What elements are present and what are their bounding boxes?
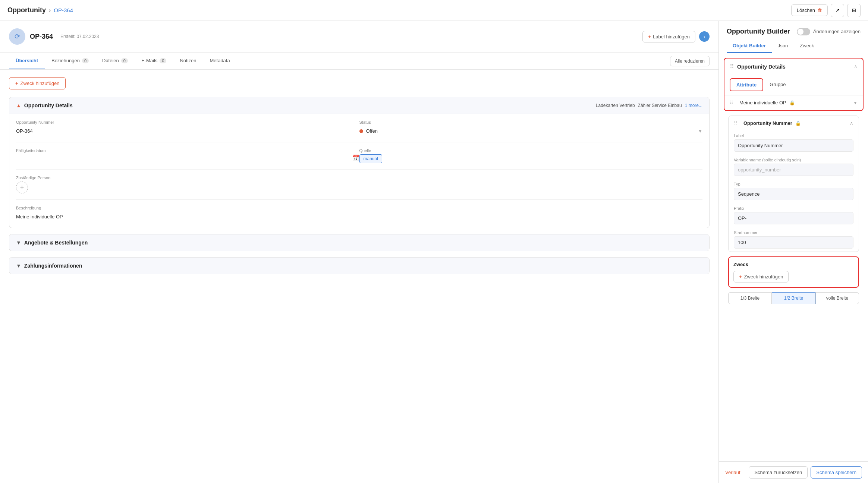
attr-tabs: Attribute Gruppe bbox=[724, 75, 863, 95]
collapse-button[interactable]: ‹ bbox=[699, 31, 710, 42]
field-label-person: Zuständige Person bbox=[16, 176, 702, 180]
width-btn-half-label: 1/2 Breite bbox=[784, 296, 803, 301]
delete-button[interactable]: Löschen 🗑 bbox=[791, 4, 828, 16]
width-btn-third[interactable]: 1/3 Breite bbox=[728, 292, 772, 304]
schema-buttons: Schema zurücksetzen Schema speichern bbox=[749, 466, 862, 479]
attr-tab-gruppe[interactable]: Gruppe bbox=[763, 78, 792, 91]
grid-button[interactable]: ⊞ bbox=[847, 4, 861, 17]
opportunity-details-header[interactable]: ▲ Opportunity Details Ladekarten Vertrie… bbox=[9, 97, 709, 114]
tab-notes[interactable]: Notizen bbox=[173, 53, 203, 69]
op-field-label-value[interactable]: Opportunity Nummer bbox=[734, 139, 853, 152]
width-btn-third-label: 1/3 Breite bbox=[740, 296, 760, 301]
field-faelligkeitsdatum: Fälligkeitsdatum 📅 bbox=[16, 142, 359, 170]
op-field-variable-value[interactable]: opportunity_number bbox=[734, 164, 853, 176]
angebote-header-left: ▼ Angebote & Bestellungen bbox=[16, 240, 88, 246]
zahlung-header[interactable]: ▼ Zahlungsinformationen bbox=[9, 258, 709, 274]
op-field-praefix-value[interactable]: OP- bbox=[734, 212, 853, 224]
op-field-typ: Typ Sequence bbox=[729, 179, 859, 203]
zahlung-title: Zahlungsinformationen bbox=[24, 263, 82, 269]
drag-handle-icon[interactable]: ⠿ bbox=[730, 63, 734, 70]
add-zweck-label: Zweck hinzufügen bbox=[744, 274, 783, 280]
schema-save-button[interactable]: Schema speichern bbox=[811, 466, 862, 479]
width-btn-half[interactable]: 1/2 Breite bbox=[772, 292, 815, 304]
tab-overview[interactable]: Übersicht bbox=[9, 53, 45, 69]
plus-zweck-icon: + bbox=[739, 274, 742, 280]
attr-tab-attribute[interactable]: Attribute bbox=[730, 78, 763, 91]
lock-icon: 🔒 bbox=[789, 100, 795, 105]
tab-metadata-label: Metadata bbox=[210, 58, 230, 63]
date-input[interactable] bbox=[16, 155, 349, 161]
width-btn-full-label: volle Breite bbox=[826, 296, 848, 301]
tag-ladekarten: Ladekarten Vertrieb bbox=[596, 103, 635, 108]
tab-files-badge: 0 bbox=[121, 58, 128, 63]
date-input-row: 📅 bbox=[16, 154, 359, 161]
op-field-startnummer: Startnummer 100 bbox=[729, 227, 859, 252]
right-bottom-bar: Verlauf Schema zurücksetzen Schema speic… bbox=[719, 461, 868, 483]
attr-tab-gruppe-label: Gruppe bbox=[770, 82, 786, 87]
op-nummer-lock-icon: 🔒 bbox=[795, 121, 801, 126]
calendar-icon[interactable]: 📅 bbox=[352, 154, 359, 161]
tab-files[interactable]: Dateien 0 bbox=[95, 53, 135, 69]
right-tab-objekt-label: Objekt Builder bbox=[733, 43, 766, 48]
schema-save-label: Schema speichern bbox=[816, 470, 856, 475]
tab-emails[interactable]: E-Mails 0 bbox=[135, 53, 173, 69]
attr-drag-handle[interactable]: ⠿ bbox=[730, 100, 733, 105]
op-nummer-section: ⠿ Opportunity Nummer 🔒 ∧ Label Opportuni… bbox=[728, 116, 859, 252]
attr-item-meine-op: ⠿ Meine individuelle OP 🔒 ▼ bbox=[724, 95, 863, 110]
field-zustaendige-person: Zuständige Person + bbox=[16, 170, 702, 200]
right-tab-json[interactable]: Json bbox=[772, 39, 794, 53]
width-buttons: 1/3 Breite 1/2 Breite volle Breite bbox=[728, 292, 859, 304]
toggle-knob bbox=[798, 29, 803, 35]
share-button[interactable]: ↗ bbox=[831, 4, 844, 17]
right-tab-zweck-label: Zweck bbox=[800, 43, 814, 48]
field-label-quelle: Quelle bbox=[359, 148, 703, 153]
add-zweck-button[interactable]: + Zweck hinzufügen bbox=[733, 271, 789, 282]
status-text: Offen bbox=[366, 128, 378, 134]
more-tags[interactable]: 1 more... bbox=[685, 103, 702, 108]
breadcrumb-root: Opportunity bbox=[7, 6, 46, 14]
op-nummer-header[interactable]: ⠿ Opportunity Nummer 🔒 ∧ bbox=[729, 116, 859, 130]
person-add-btn[interactable]: + bbox=[16, 181, 702, 193]
angebote-title: Angebote & Bestellungen bbox=[24, 240, 88, 246]
width-btn-full[interactable]: volle Breite bbox=[815, 292, 859, 304]
top-bar: Opportunity › OP-364 Löschen 🗑 ↗ ⊞ bbox=[0, 0, 868, 21]
op-nummer-chevron-up: ∧ bbox=[850, 120, 853, 126]
op-field-variable: Variablenname (sollte eindeutig sein) op… bbox=[729, 155, 859, 179]
section-tags: Ladekarten Vertrieb Zähler Service Einba… bbox=[596, 103, 702, 108]
op-field-typ-value: Sequence bbox=[734, 188, 853, 200]
breadcrumb-current[interactable]: OP-364 bbox=[54, 7, 73, 13]
grid-icon: ⊞ bbox=[852, 7, 856, 13]
op-field-label-text: Label bbox=[734, 133, 853, 138]
field-status: Status Offen ▼ bbox=[359, 114, 703, 142]
collapse-chevron-up: ▲ bbox=[16, 102, 21, 108]
add-person-button[interactable]: + bbox=[16, 181, 28, 193]
tab-relationships[interactable]: Beziehungen 0 bbox=[45, 53, 95, 69]
schema-reset-button[interactable]: Schema zurücksetzen bbox=[749, 466, 808, 479]
builder-section-header[interactable]: ⠿ Opportunity Details ∧ bbox=[724, 59, 863, 75]
op-field-startnummer-value[interactable]: 100 bbox=[734, 236, 853, 249]
reduce-all-button[interactable]: Alle reduzieren bbox=[670, 56, 710, 66]
right-tab-zweck[interactable]: Zweck bbox=[794, 39, 820, 53]
changes-toggle[interactable] bbox=[797, 28, 810, 35]
verlauf-label: Verlauf bbox=[725, 470, 740, 475]
plus-icon: + bbox=[648, 34, 651, 40]
status-select[interactable]: Offen ▼ bbox=[359, 126, 703, 136]
add-purpose-button[interactable]: + Zweck hinzufügen bbox=[9, 77, 66, 89]
op-field-praefix: Präfix OP- bbox=[729, 203, 859, 227]
op-field-praefix-label: Präfix bbox=[734, 206, 853, 211]
builder-section-header-left: ⠿ Opportunity Details bbox=[730, 63, 786, 70]
op-nummer-drag-handle[interactable]: ⠿ bbox=[734, 120, 738, 126]
op-field-variable-label: Variablenname (sollte eindeutig sein) bbox=[734, 158, 853, 162]
tab-overview-label: Übersicht bbox=[16, 58, 38, 63]
verlauf-button[interactable]: Verlauf bbox=[725, 470, 740, 475]
add-label-button[interactable]: + Label hinzufügen bbox=[642, 31, 695, 42]
field-opportunity-nummer: Opportunity Nummer OP-364 bbox=[16, 114, 359, 142]
content-area: + Zweck hinzufügen ▲ Opportunity Details… bbox=[0, 70, 718, 288]
tab-metadata[interactable]: Metadata bbox=[203, 53, 236, 69]
tab-emails-label: E-Mails bbox=[141, 58, 157, 63]
angebote-header[interactable]: ▼ Angebote & Bestellungen bbox=[9, 234, 709, 251]
plus-person-icon: + bbox=[20, 184, 24, 192]
right-tab-objekt-builder[interactable]: Objekt Builder bbox=[727, 39, 772, 53]
field-label-beschreibung: Beschreibung bbox=[16, 206, 702, 210]
tab-relationships-badge: 0 bbox=[82, 58, 89, 63]
